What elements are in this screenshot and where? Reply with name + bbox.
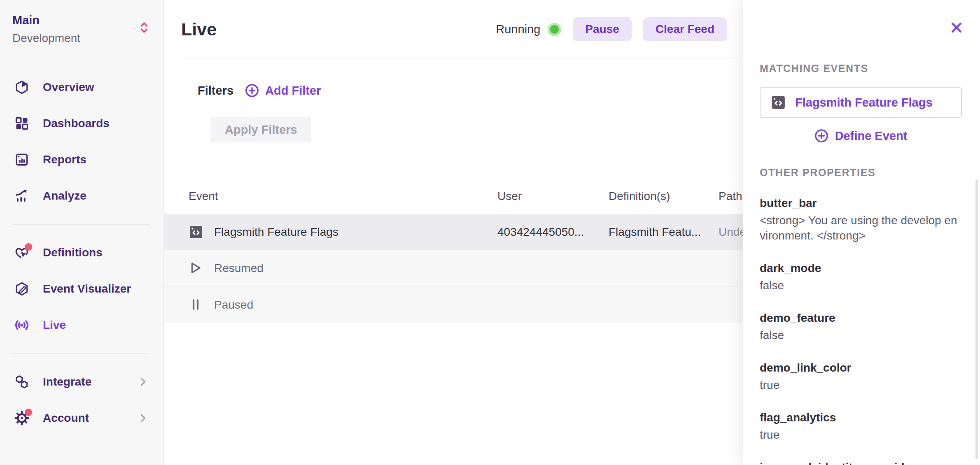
- event-table-header: Event User Definition(s) Path: [164, 178, 743, 214]
- plus-circle-icon: [814, 129, 828, 143]
- property-value: false: [760, 328, 957, 343]
- property-item: butter_bar <strong> You are using the de…: [760, 197, 962, 244]
- property-item: demo_link_color true: [760, 361, 962, 393]
- overview-icon: [14, 80, 29, 95]
- sidebar-item-integrate[interactable]: Integrate: [0, 364, 163, 400]
- custom-event-icon: [189, 225, 203, 239]
- column-header-event: Event: [189, 190, 497, 203]
- analyze-icon: [14, 188, 29, 203]
- filters-section-label: Filters: [198, 84, 233, 98]
- event-visualizer-icon: [14, 281, 29, 296]
- property-name: demo_feature: [760, 312, 962, 325]
- definitions-icon: [14, 245, 29, 260]
- sidebar-item-overview[interactable]: Overview: [0, 69, 163, 105]
- sidebar-item-label: Overview: [43, 81, 94, 94]
- event-name: Paused: [214, 298, 253, 312]
- chevron-right-icon: [137, 376, 149, 388]
- event-detail-panel: MATCHING EVENTS Flagsmith Feature Flags …: [743, 0, 980, 465]
- plus-circle-icon: [245, 84, 259, 98]
- property-item: improved_identity_overrides false: [760, 461, 962, 465]
- property-value: true: [760, 378, 957, 393]
- status-dot-icon: [548, 23, 561, 36]
- table-row[interactable]: Flagsmith Feature Flags 403424445050... …: [164, 214, 743, 250]
- chevron-right-icon: [137, 412, 149, 424]
- property-name: demo_link_color: [760, 361, 962, 374]
- sidebar-item-dashboards[interactable]: Dashboards: [0, 105, 163, 142]
- environment-name: Development: [12, 30, 151, 46]
- play-icon: [189, 261, 203, 276]
- other-properties-heading: OTHER PROPERTIES: [760, 167, 962, 179]
- notification-dot: [25, 409, 32, 416]
- page-title: Live: [181, 19, 217, 40]
- chevron-up-down-icon: [139, 21, 149, 34]
- sidebar-item-label: Account: [43, 412, 89, 425]
- event-user: 403424445050...: [497, 226, 609, 239]
- environment-switcher[interactable]: Main Development: [0, 0, 163, 59]
- matched-event-label: Flagsmith Feature Flags: [795, 96, 933, 109]
- property-item: dark_mode false: [760, 262, 962, 293]
- define-event-button[interactable]: Define Event: [760, 129, 962, 143]
- matched-event-link[interactable]: Flagsmith Feature Flags: [760, 87, 962, 118]
- event-definitions: Flagsmith Featu...: [609, 226, 719, 239]
- define-event-label: Define Event: [835, 129, 908, 143]
- property-value: true: [760, 428, 957, 443]
- add-filter-label: Add Filter: [265, 84, 321, 98]
- property-name: improved_identity_overrides: [760, 461, 962, 465]
- close-icon[interactable]: [950, 21, 964, 35]
- live-feed-status: Running: [496, 23, 561, 36]
- integrate-icon: [14, 374, 29, 389]
- property-name: flag_analytics: [760, 411, 962, 424]
- property-value: false: [760, 278, 957, 293]
- table-row[interactable]: Paused: [164, 286, 743, 323]
- event-name: Resumed: [214, 262, 264, 275]
- sidebar-item-definitions[interactable]: Definitions: [0, 235, 163, 271]
- property-value: <strong> You are using the develop envir…: [760, 213, 957, 244]
- sidebar-item-label: Live: [43, 319, 66, 332]
- dashboards-icon: [14, 116, 29, 131]
- property-name: butter_bar: [760, 197, 962, 210]
- clear-feed-button[interactable]: Clear Feed: [643, 17, 727, 41]
- sidebar-item-event-visualizer[interactable]: Event Visualizer: [0, 271, 163, 307]
- column-header-definitions: Definition(s): [609, 190, 719, 203]
- add-filter-button[interactable]: Add Filter: [245, 84, 321, 98]
- custom-event-icon: [770, 95, 786, 110]
- main-content: Live Running Pause Clear Feed Filters Ad…: [164, 0, 743, 465]
- column-header-path: Path: [719, 190, 743, 203]
- sidebar-item-account[interactable]: Account: [0, 400, 163, 436]
- pause-button[interactable]: Pause: [573, 17, 632, 41]
- property-name: dark_mode: [760, 262, 962, 275]
- sidebar-item-label: Event Visualizer: [43, 282, 131, 295]
- reports-icon: [14, 152, 29, 167]
- sidebar: Main Development Overview: [0, 0, 164, 465]
- table-row[interactable]: Resumed: [164, 250, 743, 286]
- notification-dot: [25, 243, 32, 251]
- pause-icon: [189, 298, 203, 312]
- live-broadcast-icon: [14, 318, 29, 332]
- sidebar-item-label: Analyze: [43, 189, 86, 202]
- apply-filters-button[interactable]: Apply Filters: [211, 117, 311, 142]
- sidebar-item-reports[interactable]: Reports: [0, 142, 163, 178]
- sidebar-item-label: Integrate: [43, 375, 91, 388]
- matching-events-heading: MATCHING EVENTS: [760, 63, 962, 74]
- project-name: Main: [12, 12, 151, 28]
- sidebar-item-label: Dashboards: [43, 117, 110, 130]
- sidebar-item-live[interactable]: Live: [0, 307, 163, 343]
- sidebar-item-analyze[interactable]: Analyze: [0, 178, 163, 214]
- property-item: flag_analytics true: [760, 411, 962, 443]
- property-item: demo_feature false: [760, 312, 962, 343]
- status-label: Running: [496, 23, 540, 36]
- page-header: Live Running Pause Clear Feed: [164, 0, 743, 58]
- account-gear-icon: [14, 411, 29, 425]
- event-name: Flagsmith Feature Flags: [214, 226, 338, 239]
- panel-scrollbar[interactable]: [975, 179, 978, 459]
- sidebar-item-label: Reports: [43, 153, 86, 166]
- sidebar-item-label: Definitions: [43, 246, 103, 259]
- column-header-user: User: [497, 190, 609, 203]
